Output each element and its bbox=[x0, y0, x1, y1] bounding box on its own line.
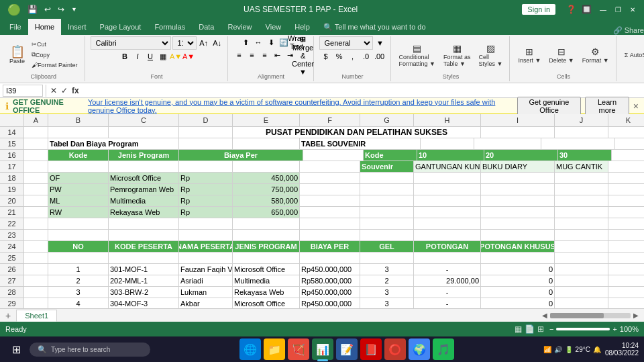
cell-G18[interactable] bbox=[360, 173, 414, 184]
cell-F18[interactable] bbox=[300, 173, 360, 184]
taskbar-app-excel[interactable]: 📊 bbox=[312, 338, 333, 360]
customize-icon[interactable]: ▼ bbox=[69, 6, 79, 13]
cell-B18[interactable]: OF bbox=[48, 173, 109, 184]
cell-B27[interactable]: 2 bbox=[48, 275, 109, 287]
cell-K24[interactable] bbox=[608, 241, 644, 253]
cell-A18[interactable] bbox=[24, 173, 48, 184]
cell-E21[interactable]: 650,000 bbox=[233, 207, 300, 218]
cell-G24[interactable]: GEL bbox=[360, 241, 414, 253]
cell-F27[interactable]: Rp580.000,000 bbox=[300, 275, 360, 287]
cell-D24[interactable]: NAMA PESERTA bbox=[179, 241, 233, 253]
col-header-J[interactable]: J bbox=[555, 114, 608, 126]
zoom-out-button[interactable]: − bbox=[549, 325, 553, 333]
cell-K14[interactable] bbox=[608, 127, 644, 138]
fill-color-button[interactable]: A▼ bbox=[170, 50, 182, 62]
col-header-C[interactable]: C bbox=[109, 114, 179, 126]
comma-button[interactable]: , bbox=[347, 50, 359, 62]
decrease-indent-button[interactable]: ⇤ bbox=[272, 49, 284, 61]
notification-message[interactable]: Your license isn't genuine, and you may … bbox=[88, 98, 513, 114]
currency-button[interactable]: $ bbox=[320, 50, 332, 62]
format-button[interactable]: ⚙ Format ▼ bbox=[580, 45, 612, 65]
cell-reference-input[interactable] bbox=[3, 85, 43, 97]
tab-formulas[interactable]: Formulas bbox=[148, 19, 192, 35]
cell-E18[interactable]: 450,000 bbox=[233, 173, 300, 184]
cell-C21[interactable]: Rekayasa Web bbox=[109, 207, 179, 218]
taskbar-app-circle[interactable]: ⭕ bbox=[384, 338, 406, 360]
taskbar-app-arrow[interactable]: 🏹 bbox=[288, 338, 309, 360]
font-shrink-button[interactable]: A↓ bbox=[211, 37, 223, 49]
cell-G16[interactable]: Kode bbox=[364, 150, 417, 161]
cell-E20[interactable]: 580,000 bbox=[233, 195, 300, 207]
cell-C27[interactable]: 202-MML-1 bbox=[109, 275, 179, 287]
cell-C17[interactable] bbox=[109, 161, 179, 173]
cell-K20[interactable] bbox=[608, 195, 644, 207]
taskbar-app-edge[interactable]: 🌐 bbox=[239, 338, 261, 360]
page-break-view-button[interactable]: ⊞ bbox=[537, 324, 544, 334]
insert-function-icon[interactable]: fx bbox=[70, 86, 80, 95]
cell-H28[interactable]: - bbox=[414, 287, 481, 298]
cell-E28[interactable]: Rekayasa Web bbox=[233, 287, 300, 298]
cell-H15[interactable] bbox=[474, 138, 541, 150]
learn-more-button[interactable]: Learn more bbox=[585, 97, 629, 116]
cell-D29[interactable]: Akbar bbox=[179, 298, 233, 308]
cell-J17[interactable]: MUG CANTIK bbox=[555, 161, 608, 173]
cell-H26[interactable]: - bbox=[414, 264, 481, 275]
cell-C26[interactable]: 301-MOF-1 bbox=[109, 264, 179, 275]
paste-button[interactable]: 📋 Paste bbox=[7, 44, 28, 66]
cell-E27[interactable]: Multimedia bbox=[233, 275, 300, 287]
cell-A21[interactable] bbox=[24, 207, 48, 218]
cell-H24[interactable]: POTONGAN bbox=[414, 241, 481, 253]
cell-I20[interactable] bbox=[481, 195, 555, 207]
cell-D27[interactable]: Asriadi bbox=[179, 275, 233, 287]
col-header-B[interactable]: B bbox=[48, 114, 109, 126]
cell-J15[interactable] bbox=[615, 138, 644, 150]
align-middle-button[interactable]: ↔ bbox=[252, 36, 264, 48]
normal-view-button[interactable]: ▦ bbox=[515, 324, 522, 334]
cell-F16[interactable] bbox=[303, 150, 364, 161]
delete-button[interactable]: ⊟ Delete ▼ bbox=[546, 45, 576, 65]
cell-J24[interactable] bbox=[555, 241, 608, 253]
tab-view[interactable]: View bbox=[259, 19, 288, 35]
row-header-15[interactable]: 15 bbox=[0, 138, 24, 150]
cell-G21[interactable] bbox=[360, 207, 414, 218]
row-header-28[interactable]: 28 bbox=[0, 287, 24, 298]
col-header-H[interactable]: H bbox=[414, 114, 481, 126]
cell-K21[interactable] bbox=[608, 207, 644, 218]
cut-button[interactable]: ✂ Cut bbox=[29, 40, 80, 49]
grid-scroll[interactable]: A B C D E F G H I J K 14 bbox=[0, 114, 644, 308]
cell-J20[interactable] bbox=[555, 195, 608, 207]
italic-button[interactable]: I bbox=[131, 50, 144, 62]
add-sheet-button[interactable]: + bbox=[0, 309, 16, 322]
cell-G26[interactable]: 3 bbox=[360, 264, 414, 275]
cell-I17[interactable]: BUKU DIARY bbox=[481, 161, 555, 173]
taskbar-app-chrome[interactable]: 🌍 bbox=[409, 338, 430, 360]
cell-J21[interactable] bbox=[555, 207, 608, 218]
merge-center-button[interactable]: ⊞ Merge & Center ▼ bbox=[297, 49, 309, 61]
font-size-select[interactable]: 11 bbox=[172, 36, 197, 50]
align-bottom-button[interactable]: ⬇ bbox=[265, 36, 277, 48]
cell-E15[interactable] bbox=[233, 138, 300, 150]
cell-B15[interactable]: Tabel Dan Biaya Program bbox=[48, 138, 179, 150]
tab-review[interactable]: Review bbox=[221, 19, 258, 35]
page-layout-view-button[interactable]: 📄 bbox=[525, 324, 535, 334]
start-button[interactable]: ⊞ bbox=[5, 338, 27, 360]
ribbon-toggle-icon[interactable]: 🔲 bbox=[582, 5, 592, 14]
sign-in-button[interactable]: Sign in bbox=[522, 4, 555, 15]
cell-A16[interactable] bbox=[24, 150, 48, 161]
cell-A15[interactable] bbox=[24, 138, 48, 150]
cell-I14[interactable] bbox=[481, 127, 555, 138]
cell-C18[interactable]: Microsoft Office bbox=[109, 173, 179, 184]
cell-G15[interactable] bbox=[421, 138, 474, 150]
cell-G29[interactable]: 3 bbox=[360, 298, 414, 308]
cell-D18[interactable]: Rp bbox=[179, 173, 233, 184]
cell-B28[interactable]: 3 bbox=[48, 287, 109, 298]
tab-page-layout[interactable]: Page Layout bbox=[93, 19, 148, 35]
row-header-22[interactable]: 22 bbox=[0, 218, 24, 230]
taskbar-search[interactable]: 🔍 Type here to search bbox=[30, 343, 150, 357]
help-icon[interactable]: ❓ bbox=[566, 5, 576, 14]
col-header-F[interactable]: F bbox=[300, 114, 360, 126]
cell-C19[interactable]: Pemrograman Web bbox=[109, 184, 179, 195]
battery-icon[interactable]: 🔋 bbox=[565, 346, 573, 353]
clock[interactable]: 10:24 08/03/2022 bbox=[605, 342, 639, 357]
cell-H18[interactable] bbox=[414, 173, 481, 184]
